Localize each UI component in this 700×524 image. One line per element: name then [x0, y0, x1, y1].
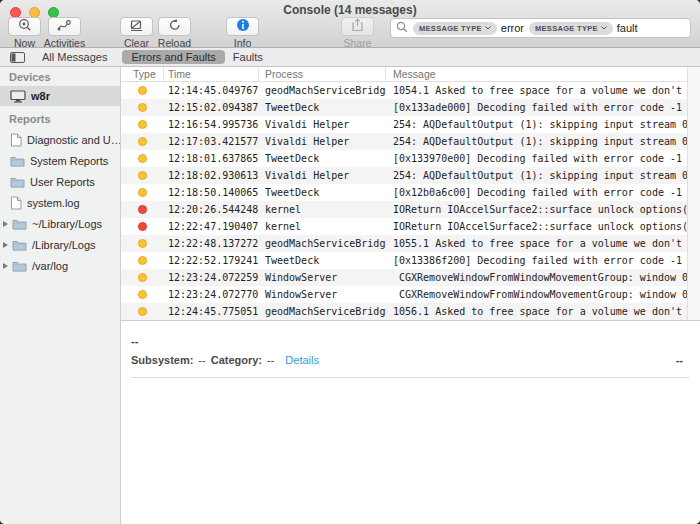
now-button[interactable]: Now	[8, 17, 41, 36]
search-input[interactable]: MESSAGE TYPE error MESSAGE TYPE fault	[390, 18, 691, 38]
detail-right-value: --	[676, 354, 683, 366]
log-row[interactable]: 12:24:45.775051 geodMachServiceBridge 10…	[121, 303, 687, 320]
activities-button[interactable]: Activities	[48, 17, 81, 36]
log-process-cell: WindowServer	[258, 289, 386, 300]
subsystem-label: Subsystem:	[131, 354, 193, 366]
warning-dot-icon	[138, 120, 147, 129]
log-message-cell: 1055.1 Asked to free space for a volume …	[386, 238, 687, 249]
log-row[interactable]: 12:22:48.137272 geodMachServiceBridge 10…	[121, 235, 687, 252]
column-header-type[interactable]: Type	[133, 68, 156, 80]
log-type-cell	[121, 137, 163, 146]
warning-dot-icon	[138, 86, 147, 95]
warning-dot-icon	[138, 154, 147, 163]
log-time-cell: 12:20:26.544248	[163, 204, 258, 215]
console-window: Console (14 messages) Now Activities Cle…	[0, 0, 700, 524]
filter-tabbar: All Messages Errors and Faults Faults	[0, 48, 700, 67]
clear-button[interactable]: Clear	[120, 17, 153, 36]
log-row[interactable]: 12:18:01.637865 TweetDeck [0x133970e00] …	[121, 150, 687, 167]
sidebar-item-diagnostic-and-u[interactable]: Diagnostic and U…	[0, 130, 120, 150]
reload-icon	[168, 18, 182, 36]
log-process-cell: TweetDeck	[258, 187, 386, 198]
sidebar-item-library-logs[interactable]: /Library/Logs	[0, 235, 120, 255]
log-type-cell	[121, 188, 163, 197]
tab-errors-and-faults[interactable]: Errors and Faults	[122, 50, 224, 64]
log-type-cell	[121, 103, 163, 112]
info-button[interactable]: Info	[226, 17, 259, 36]
sidebar-item-w8r[interactable]: w8r	[0, 86, 120, 106]
search-token[interactable]: MESSAGE TYPE fault	[529, 22, 638, 35]
log-message-cell: IOReturn IOAccelSurface2::surface_unlock…	[386, 221, 687, 232]
log-process-cell: TweetDeck	[258, 102, 386, 113]
sidebar-section-reports: Reports	[9, 113, 51, 125]
error-dot-icon	[138, 205, 147, 214]
sidebar: Devices w8r Reports Diagnostic and U… Sy…	[0, 67, 121, 524]
search-token-value: fault	[617, 22, 638, 34]
log-type-cell	[121, 222, 163, 231]
log-process-cell: geodMachServiceBridge	[258, 238, 386, 249]
tab-faults[interactable]: Faults	[233, 51, 263, 63]
log-message-cell: 1056.1 Asked to free space for a volume …	[386, 306, 687, 317]
warning-dot-icon	[138, 290, 147, 299]
log-row[interactable]: 12:22:47.190407 kernel IOReturn IOAccelS…	[121, 218, 687, 235]
log-row[interactable]: 12:18:50.140065 TweetDeck [0x12b0a6c00] …	[121, 184, 687, 201]
column-divider[interactable]	[163, 67, 164, 81]
column-header-time[interactable]: Time	[168, 68, 191, 80]
log-row[interactable]: 12:17:03.421577 Vivaldi Helper 254: AQDe…	[121, 133, 687, 150]
log-row[interactable]: 12:23:24.072259 WindowServer _CGXRemoveW…	[121, 269, 687, 286]
detail-message-text: --	[131, 335, 138, 347]
sidebar-toggle-button[interactable]	[10, 52, 25, 63]
log-message-cell: [0x12b0a6c00] Decoding failed with error…	[386, 187, 687, 198]
disclosure-triangle-icon[interactable]	[3, 263, 8, 269]
sidebar-item-system-log[interactable]: system.log	[0, 193, 120, 213]
sidebar-item-var-log[interactable]: /var/log	[0, 256, 120, 276]
warning-dot-icon	[138, 256, 147, 265]
log-row[interactable]: 12:15:02.094387 TweetDeck [0x133ade000] …	[121, 99, 687, 116]
column-header-process[interactable]: Process	[265, 68, 303, 80]
column-divider[interactable]	[385, 67, 386, 81]
message-type-token-menu[interactable]: MESSAGE TYPE	[413, 22, 497, 35]
message-type-token-menu[interactable]: MESSAGE TYPE	[529, 22, 613, 35]
details-link[interactable]: Details	[285, 354, 319, 366]
log-type-cell	[121, 86, 163, 95]
log-row[interactable]: 12:18:02.930613 Vivaldi Helper 254: AQDe…	[121, 167, 687, 184]
sidebar-item-library-logs[interactable]: ~/Library/Logs	[0, 214, 120, 234]
log-type-cell	[121, 154, 163, 163]
search-token[interactable]: MESSAGE TYPE error	[413, 22, 524, 35]
log-type-cell	[121, 256, 163, 265]
log-row[interactable]: 12:20:26.544248 kernel IOReturn IOAccelS…	[121, 201, 687, 218]
warning-dot-icon	[138, 137, 147, 146]
share-button[interactable]: Share	[341, 17, 374, 36]
log-process-cell: TweetDeck	[258, 153, 386, 164]
log-time-cell: 12:16:54.995736	[163, 119, 258, 130]
vertical-scrollbar[interactable]	[687, 67, 700, 320]
column-divider[interactable]	[258, 67, 259, 81]
disclosure-triangle-icon[interactable]	[3, 221, 8, 227]
log-process-cell: geodMachServiceBridge	[258, 306, 386, 317]
disclosure-triangle-icon[interactable]	[3, 242, 8, 248]
activities-icon	[57, 18, 72, 36]
reload-button[interactable]: Reload	[158, 17, 191, 36]
document-icon	[10, 196, 22, 210]
log-row[interactable]: 12:22:52.179241 TweetDeck [0x13386f200] …	[121, 252, 687, 269]
sidebar-item-user-reports[interactable]: User Reports	[0, 172, 120, 192]
log-message-cell: [0x13386f200] Decoding failed with error…	[386, 255, 687, 266]
log-type-cell	[121, 239, 163, 248]
subsystem-value: --	[198, 354, 205, 366]
share-icon	[351, 18, 364, 36]
log-message-cell: [0x133ade000] Decoding failed with error…	[386, 102, 687, 113]
sidebar-item-system-reports[interactable]: System Reports	[0, 151, 120, 171]
log-type-cell	[121, 120, 163, 129]
log-row[interactable]: 12:16:54.995736 Vivaldi Helper 254: AQDe…	[121, 116, 687, 133]
log-time-cell: 12:14:45.049767	[163, 85, 258, 96]
log-row[interactable]: 12:14:45.049767 geodMachServiceBridge 10…	[121, 82, 687, 99]
detail-divider	[131, 377, 689, 378]
log-process-cell: kernel	[258, 204, 386, 215]
log-message-cell: 254: AQDefaultOutput (1): skipping input…	[386, 170, 687, 181]
log-process-cell: TweetDeck	[258, 255, 386, 266]
log-type-cell	[121, 307, 163, 316]
log-row[interactable]: 12:23:24.072770 WindowServer _CGXRemoveW…	[121, 286, 687, 303]
tab-all-messages[interactable]: All Messages	[42, 51, 107, 63]
folder-icon	[12, 239, 27, 251]
column-header-message[interactable]: Message	[393, 68, 436, 80]
document-icon	[10, 133, 22, 147]
